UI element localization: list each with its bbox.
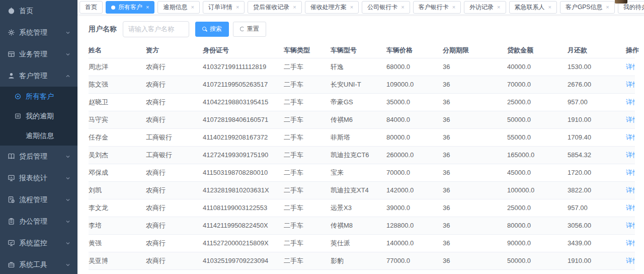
sidebar-item-office[interactable]: 办公管理 — [0, 211, 77, 232]
cell-term: 36 — [443, 181, 507, 199]
detail-link[interactable]: 详情 — [626, 63, 635, 71]
cell-vehicle-price: 68000.0 — [386, 58, 443, 76]
cell-loan-amount: 40000.0 — [507, 58, 568, 76]
sidebar-item-tools[interactable]: 系统工具 — [0, 254, 77, 274]
tab-close-icon[interactable]: × — [146, 5, 149, 10]
tab[interactable]: 公司银行卡 × — [362, 1, 410, 14]
header-vehicle-price: 车辆价格 — [386, 43, 443, 58]
tab-close-icon[interactable]: × — [606, 5, 609, 10]
tab-close-icon[interactable]: × — [293, 5, 296, 10]
reset-button[interactable]: 重置 — [233, 22, 266, 37]
app-window: 首页 系统管理 业务管理 客户管理 — [0, 0, 644, 274]
cell-funder: 工商银行 — [146, 146, 203, 164]
sidebar-item-label: 系统管理 — [19, 28, 65, 37]
tab-close-icon[interactable]: × — [236, 5, 239, 10]
tab[interactable]: 首页 — [79, 1, 103, 14]
cell-funder: 工商银行 — [146, 128, 203, 146]
cell-vehicle-model: 帝豪GS — [331, 93, 386, 111]
monitor-check-icon — [7, 239, 15, 247]
sidebar-item-label: 报表统计 — [19, 174, 65, 183]
sidebar-item-customer[interactable]: 客户管理 — [0, 65, 77, 87]
tab-label: 我的待办 — [623, 3, 644, 12]
cell-vehicle-price: 84000.0 — [386, 111, 443, 128]
cell-loan-amount: 50000.0 — [507, 252, 568, 269]
cell-term: 36 — [443, 234, 507, 252]
clipboard-icon — [7, 218, 15, 226]
cropped-image-fragment — [615, 0, 627, 4]
tab[interactable]: 紧急联系人 × — [509, 1, 557, 14]
sidebar-item-process[interactable]: 流程管理 — [0, 189, 77, 211]
cell-monthly-payment: 1910.00 — [568, 269, 626, 274]
tab-close-icon[interactable]: × — [401, 5, 404, 10]
table-row: 周志洋 农商行 410327199111112819 二手车 轩逸 68000.… — [89, 58, 635, 76]
table-body: 周志洋 农商行 410327199111112819 二手车 轩逸 68000.… — [89, 58, 635, 274]
detail-link[interactable]: 详情 — [626, 239, 635, 247]
detail-link[interactable]: 详情 — [626, 186, 635, 194]
cell-name: 贾晓辉 — [89, 269, 146, 274]
tab[interactable]: 客户银行卡 × — [413, 1, 461, 14]
sidebar-item-home[interactable]: 首页 — [0, 0, 77, 22]
detail-link[interactable]: 详情 — [626, 257, 635, 264]
cell-name: 刘凯 — [89, 181, 146, 199]
cell-loan-amount: 100000.0 — [507, 181, 568, 199]
tab[interactable]: 贷后催收记录 × — [248, 1, 301, 14]
document-gear-icon — [7, 196, 15, 204]
search-button[interactable]: 搜索 — [195, 22, 229, 37]
sidebar-subitem-my-overdue[interactable]: 我的逾期 — [0, 106, 77, 126]
search-field-label: 用户名称 — [89, 25, 117, 34]
cell-name: 马守宾 — [89, 111, 146, 128]
cell-id-number: 410327199111112819 — [203, 58, 284, 76]
cell-vehicle-type: 二手车 — [284, 111, 331, 128]
sidebar-item-system[interactable]: 系统管理 — [0, 22, 77, 43]
cell-funder: 农商行 — [146, 58, 203, 76]
tab[interactable]: 订单详情 × — [203, 1, 245, 14]
tab-close-icon[interactable]: × — [350, 5, 353, 10]
sidebar-item-monitor[interactable]: 系统监控 — [0, 232, 77, 254]
cell-monthly-payment: 1530.00 — [568, 58, 626, 76]
cell-term: 36 — [443, 164, 507, 181]
sidebar-subitem-all-customers[interactable]: 所有客户 — [0, 87, 77, 106]
sidebar-item-label: 客户管理 — [19, 72, 65, 81]
cell-name: 陈文强 — [89, 76, 146, 93]
header-loan-amount: 贷款金额 — [507, 43, 568, 58]
cell-funder: 农商行 — [146, 111, 203, 128]
dashboard-icon — [7, 7, 15, 15]
cell-vehicle-price: 142000.0 — [386, 181, 443, 199]
tab-close-icon[interactable]: × — [548, 5, 551, 10]
tab-close-icon[interactable]: × — [191, 5, 194, 10]
cell-vehicle-type: 二手车 — [284, 181, 331, 199]
sidebar-item-postloan[interactable]: 贷后管理 — [0, 146, 77, 167]
chart-monitor-icon — [7, 174, 15, 182]
tab-label: 订单详情 — [208, 3, 232, 12]
detail-link[interactable]: 详情 — [626, 116, 635, 123]
tab[interactable]: 催收处理方案 × — [305, 1, 359, 14]
sidebar-item-business[interactable]: 业务管理 — [0, 43, 77, 65]
tab[interactable]: 外访记录 × — [464, 1, 506, 14]
sidebar: 首页 系统管理 业务管理 客户管理 — [0, 0, 77, 274]
sidebar-subitem-label: 逾期信息 — [26, 131, 77, 141]
sidebar-item-report[interactable]: 报表统计 — [0, 167, 77, 189]
tab-close-icon[interactable]: × — [452, 5, 455, 10]
detail-link[interactable]: 详情 — [626, 151, 635, 159]
sidebar-item-label: 贷后管理 — [19, 152, 65, 161]
tab-label: 逾期信息 — [163, 3, 187, 12]
cell-name: 李文龙 — [89, 199, 146, 217]
cell-monthly-payment: 2676.00 — [568, 76, 626, 93]
cell-vehicle-model: 传祺M6 — [331, 111, 386, 128]
detail-link[interactable]: 详情 — [626, 169, 635, 176]
cell-funder: 农商行 — [146, 164, 203, 181]
tab[interactable]: 所有客户 × — [106, 1, 154, 14]
tab[interactable]: 逾期信息 × — [157, 1, 199, 14]
sidebar-subitem-overdue-info[interactable]: 逾期信息 — [0, 126, 77, 146]
detail-link[interactable]: 详情 — [626, 204, 635, 212]
detail-link[interactable]: 详情 — [626, 98, 635, 106]
detail-link[interactable]: 详情 — [626, 222, 635, 229]
tab-close-icon[interactable]: × — [497, 5, 500, 10]
tab-label: 首页 — [85, 3, 97, 12]
customer-name-input[interactable] — [123, 21, 189, 37]
detail-link[interactable]: 详情 — [626, 133, 635, 141]
tab[interactable]: 客户GPS信息 × — [560, 1, 615, 14]
detail-link[interactable]: 详情 — [626, 81, 635, 88]
cell-vehicle-type: 二手车 — [284, 146, 331, 164]
toolbox-icon — [7, 261, 15, 269]
